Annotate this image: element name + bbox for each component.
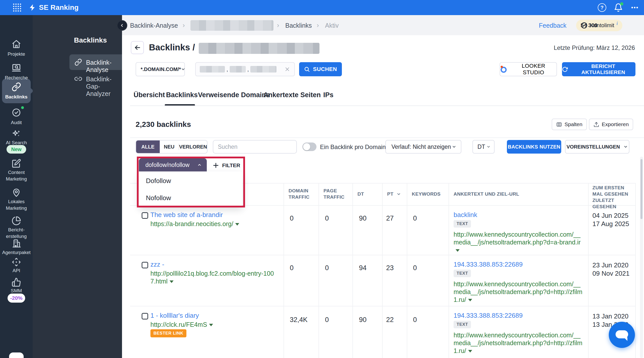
tab-ips[interactable]: IPs [323, 91, 334, 99]
nav-item-backlink-gap-analyzer[interactable]: Backlink-Gap-Analyzer [86, 76, 122, 97]
source-url-link[interactable]: https://a-brandir.neocities.org/ [150, 220, 239, 228]
column-divider [588, 183, 589, 358]
row-checkbox[interactable] [142, 313, 148, 319]
sidebar-item-content-marketing[interactable]: Content Marketing [0, 169, 33, 182]
sidebar-item-recherche[interactable]: Recherche [0, 75, 33, 81]
redacted-query-segment [250, 66, 276, 73]
option-dofollow[interactable]: Dofollow [146, 177, 171, 185]
sidebar-item-berichterstellung[interactable]: Bericht-erstellung [0, 227, 33, 240]
header-first-seen[interactable]: ZUM ERSTEN MAL GESEHEN [592, 185, 630, 197]
header-domain-traffic[interactable]: DOMAIN TRAFFIC [289, 188, 314, 200]
table-search-input[interactable] [218, 144, 292, 150]
toggle-knob [303, 143, 310, 150]
tab-verweisende-domains[interactable]: Verweisende Domains [198, 91, 270, 99]
dofollow-filter-dropdown-button[interactable]: dofollow/nofollow [139, 158, 207, 171]
search-button[interactable]: SUCHEN [299, 62, 342, 76]
breadcrumb-section[interactable]: Backlinks [285, 22, 312, 29]
one-backlink-per-domain-toggle[interactable] [302, 142, 316, 151]
api-icon[interactable] [12, 257, 21, 267]
looker-studio-button[interactable]: LOOKER STUDIO [500, 62, 557, 76]
back-button[interactable] [131, 41, 144, 54]
sidebar-item-lokales-marketing[interactable]: Lokales Marketing [0, 198, 33, 211]
refresh-report-button[interactable]: BERICHT AKTUALISIEREN [562, 62, 635, 76]
target-url-link[interactable]: http://www.kennedyscountrycollection.com… [454, 331, 584, 355]
source-url-link[interactable]: http://polllilo21q.blog.fc2.com/blog-ent… [150, 270, 276, 285]
header-page-traffic[interactable]: PAGE TRAFFIC [324, 188, 346, 200]
segment-verloren[interactable]: VERLOREN [179, 140, 207, 153]
apps-grid-icon[interactable] [13, 4, 21, 12]
source-url-link[interactable]: http://clck.ru/FE4mS [150, 321, 213, 329]
home-icon[interactable] [12, 39, 21, 49]
reporting-pie-icon[interactable] [12, 216, 21, 226]
research-icon[interactable] [12, 63, 21, 73]
anchor-text-link[interactable]: 194.333.388.853:22689 [454, 261, 523, 268]
add-filter-button[interactable]: FILTER [213, 160, 240, 171]
option-nofollow[interactable]: Nofollow [146, 194, 171, 202]
source-page-title-link[interactable]: 1 - kollllar's diary [150, 312, 199, 319]
metric-select[interactable]: DT [472, 140, 495, 154]
help-icon[interactable]: ? [598, 3, 606, 12]
sidebar-collapse-button[interactable] [117, 20, 127, 31]
url-dropdown-caret-icon[interactable] [468, 299, 472, 301]
tab-seiten[interactable]: Seiten [300, 91, 321, 99]
audit-check-icon[interactable] [12, 108, 21, 117]
nav-item-backlink-analyse-label[interactable]: Backlink-Analyse [86, 59, 122, 74]
header-pt[interactable]: PT [387, 191, 393, 197]
target-url-link[interactable]: http://www.kennedyscountrycollection.com… [454, 231, 584, 254]
url-dropdown-caret-icon[interactable] [456, 249, 460, 252]
presets-select[interactable]: VOREINSTELLUNGEN [565, 140, 629, 154]
history-select[interactable]: Verlauf: Nicht anzeigen [385, 140, 461, 154]
breadcrumb-root[interactable]: Backlink-Analyse [130, 22, 178, 29]
url-dropdown-caret-icon[interactable] [235, 223, 239, 226]
metric-select-value: DT [477, 144, 485, 150]
header-anchor-target[interactable]: ANKERTEXT UND ZIEL-URL [454, 191, 519, 197]
backlinks-link-icon[interactable] [12, 82, 21, 92]
export-button[interactable]: Exportieren [589, 119, 633, 130]
tab-backlinks[interactable]: Backlinks [166, 91, 198, 99]
row-checkbox[interactable] [142, 212, 148, 219]
feedback-link[interactable]: Feedback [539, 22, 567, 29]
scrollbar-thumb[interactable] [640, 159, 642, 219]
url-dropdown-caret-icon[interactable] [468, 350, 472, 352]
source-page-title-link[interactable]: zzz - [150, 261, 164, 268]
header-keywords[interactable]: KEYWORDS [412, 191, 440, 197]
sidebar-item-smm[interactable]: SMM [0, 288, 33, 294]
sidebar-item-backlinks[interactable]: Backlinks [0, 94, 33, 100]
use-backlinks-button[interactable]: BACKLINKS NUTZEN [507, 140, 561, 154]
ai-search-sparkles-icon[interactable] [12, 129, 21, 138]
notifications-bell-icon[interactable] [614, 3, 623, 12]
source-page-title-link[interactable]: The web site of a-brandir [150, 211, 223, 219]
sidebar-item-projekte[interactable]: Projekte [0, 51, 33, 57]
anchor-text-link[interactable]: backlink [454, 211, 477, 219]
tab-uebersicht[interactable]: Übersicht [134, 91, 165, 99]
row-checkbox[interactable] [142, 262, 148, 268]
sidebar-item-agenturpaket[interactable]: Agenturpaket [0, 249, 33, 256]
chat-launcher-button[interactable] [609, 322, 635, 348]
url-dropdown-caret-icon[interactable] [170, 280, 174, 283]
topbar-actions: ? [598, 0, 639, 15]
help-widget[interactable] [9, 352, 24, 358]
anchor-text-link[interactable]: 194.333.388.853:22689 [454, 312, 523, 319]
brand[interactable]: SE Ranking [28, 4, 79, 12]
content-marketing-edit-icon[interactable] [12, 159, 21, 168]
tab-ankertexte[interactable]: Ankertexte [263, 91, 299, 99]
agency-building-icon[interactable] [12, 239, 21, 248]
header-dt[interactable]: DT [357, 191, 364, 197]
columns-button[interactable]: Spalten [552, 119, 587, 130]
sidebar-item-api[interactable]: API [0, 267, 33, 274]
segment-neu[interactable]: NEU [160, 140, 179, 153]
smm-thumbs-up-icon[interactable] [12, 277, 21, 287]
sort-chevron-icon[interactable] [396, 192, 401, 196]
target-search-field[interactable]: , , [195, 62, 295, 76]
local-marketing-pin-icon[interactable] [12, 188, 21, 197]
more-menu-icon[interactable] [630, 3, 639, 12]
target-url-link[interactable]: http://www.kennedyscountrycollection.com… [454, 280, 584, 304]
header-last-seen[interactable]: ZULETZT GESEHEN [592, 197, 630, 210]
url-dropdown-caret-icon[interactable] [209, 324, 213, 326]
segment-alle[interactable]: ALLE [136, 140, 160, 153]
domain-mode-select[interactable]: *.DOMAIN.COM/* [136, 62, 185, 76]
clear-input-icon[interactable] [284, 66, 290, 72]
sidebar-item-audit[interactable]: Audit [0, 119, 33, 126]
account-limit-badge[interactable]: Kontolimit 5 / 300 i [576, 20, 622, 31]
cell-dt: 90 [359, 214, 367, 222]
